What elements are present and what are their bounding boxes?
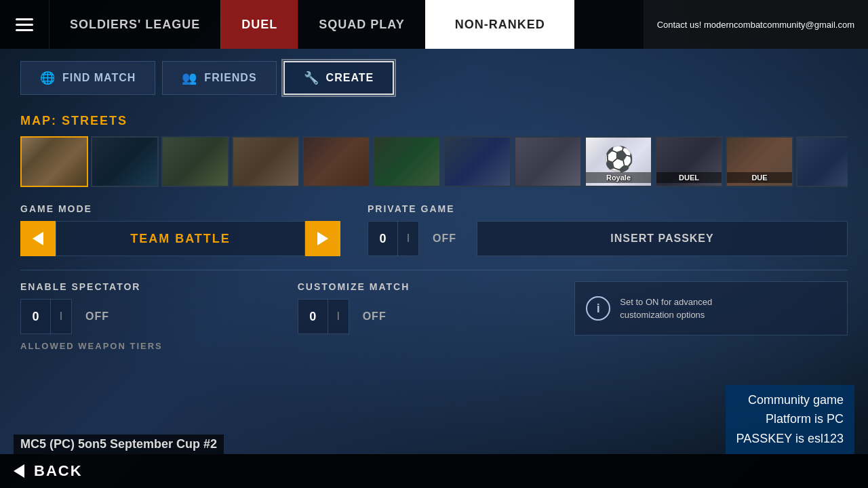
map-thumb-2[interactable] <box>91 136 159 187</box>
private-game-toggle-row: 0 I OFF INSERT PASSKEY <box>368 221 848 256</box>
wrench-icon: 🔧 <box>304 70 319 85</box>
map-thumb-7[interactable] <box>443 136 511 187</box>
tab-friends[interactable]: 👥 FRIENDS <box>162 61 276 95</box>
customize-state: OFF <box>349 310 400 323</box>
game-mode-next-button[interactable] <box>305 221 340 256</box>
back-arrow-icon <box>14 464 24 478</box>
game-mode-label: GAME MODE <box>20 203 340 214</box>
map-thumb-duel2[interactable]: DUE <box>726 136 793 187</box>
spectator-divider: I <box>51 299 71 334</box>
community-label: MC5 (PC) 5on5 September Cup #2 <box>14 434 224 454</box>
customize-group: CUSTOMIZE MATCH 0 I OFF <box>298 281 548 334</box>
map-thumb-streets[interactable] <box>20 136 88 187</box>
info-text: Set to ON for advancedcustomization opti… <box>620 296 712 322</box>
spectator-group: ENABLE SPECTATOR 0 I OFF <box>20 281 271 334</box>
map-selected-name: Streets <box>62 114 127 127</box>
spectator-label: ENABLE SPECTATOR <box>20 281 271 292</box>
tab-find-match[interactable]: 🌐 FIND MATCH <box>20 61 155 95</box>
spectator-state: OFF <box>72 310 123 323</box>
soccer-ball-icon: ⚽ <box>604 144 634 173</box>
nav-soldiers-league[interactable]: SOLDIERS' LEAGUE <box>49 0 220 49</box>
customize-toggle-display: 0 I <box>298 299 349 334</box>
map-thumb-duel2-label: DUE <box>727 172 792 183</box>
back-button-label[interactable]: BACK <box>34 462 83 480</box>
community-info-line3: PASSKEY is esl123 <box>736 429 844 449</box>
hamburger-menu[interactable] <box>0 0 49 49</box>
game-mode-prev-button[interactable] <box>20 221 56 256</box>
lower-settings-row: ENABLE SPECTATOR 0 I OFF CUSTOMIZE MATCH… <box>20 281 848 336</box>
contact-info: Contact us! moderncombatcommunity@gmail.… <box>644 0 868 49</box>
map-thumb-12[interactable] <box>796 136 848 187</box>
hamburger-icon <box>16 18 33 31</box>
community-info: Community game Platform is PC PASSKEY is… <box>726 385 854 454</box>
map-label: MAP: Streets <box>20 114 848 128</box>
map-thumb-8[interactable] <box>514 136 582 187</box>
passkey-button[interactable]: INSERT PASSKEY <box>477 221 848 256</box>
nav-non-ranked[interactable]: NON-RANKED <box>425 0 574 49</box>
map-thumb-5[interactable] <box>302 136 370 187</box>
customize-divider: I <box>328 299 349 334</box>
main-content: MAP: Streets ⚽ Royale <box>0 107 868 365</box>
bottom-overlay: MC5 (PC) 5on5 September Cup #2 Community… <box>0 385 868 454</box>
private-game-state: OFF <box>419 232 470 245</box>
tab-find-match-label: FIND MATCH <box>62 72 136 84</box>
tab-create[interactable]: 🔧 CREATE <box>283 61 395 95</box>
separator <box>20 270 848 270</box>
private-game-toggle-display: 0 I <box>368 221 419 256</box>
friends-icon: 👥 <box>182 70 197 85</box>
game-mode-selector: TEAM BATTLE <box>20 221 340 256</box>
private-game-label: PRIVATE GAME <box>368 203 848 214</box>
arrow-right-icon <box>317 232 328 245</box>
spectator-toggle-num: 0 <box>21 299 51 334</box>
arrow-left-icon <box>33 232 43 245</box>
map-thumb-duel1-label: DUEL <box>656 172 722 183</box>
customize-toggle-row: 0 I OFF <box>298 299 548 334</box>
globe-icon: 🌐 <box>40 70 56 85</box>
map-strip: ⚽ Royale DUEL DUE <box>20 136 848 187</box>
map-thumb-royale-label: Royale <box>586 172 651 183</box>
nav-squad-play[interactable]: SQUAD PLAY <box>298 0 425 49</box>
private-game-group: PRIVATE GAME 0 I OFF INSERT PASSKEY <box>368 203 848 256</box>
back-bar: BACK <box>0 454 868 488</box>
map-thumb-4[interactable] <box>232 136 300 187</box>
customize-label: CUSTOMIZE MATCH <box>298 281 548 292</box>
nav-duel[interactable]: DUEL <box>220 0 298 49</box>
allowed-weapons-label: ALLOWED WEAPON TIERS <box>20 341 848 351</box>
map-thumb-duel1[interactable]: DUEL <box>655 136 723 187</box>
top-nav: SOLDIERS' LEAGUE DUEL SQUAD PLAY NON-RAN… <box>0 0 868 49</box>
sub-nav: 🌐 FIND MATCH 👥 FRIENDS 🔧 CREATE <box>0 49 868 107</box>
map-thumb-6[interactable] <box>373 136 441 187</box>
game-mode-display: TEAM BATTLE <box>56 221 305 256</box>
private-game-divider: I <box>398 221 418 256</box>
map-thumb-3[interactable] <box>161 136 229 187</box>
spectator-toggle-display: 0 I <box>20 299 72 334</box>
info-box: i Set to ON for advancedcustomization op… <box>574 281 848 336</box>
info-icon: i <box>586 296 610 321</box>
tab-friends-label: FRIENDS <box>204 72 256 84</box>
spectator-toggle-row: 0 I OFF <box>20 299 271 334</box>
tab-create-label: CREATE <box>326 72 374 84</box>
map-thumb-royale[interactable]: ⚽ Royale <box>585 136 652 187</box>
community-info-line1: Community game <box>736 390 844 410</box>
settings-row: GAME MODE TEAM BATTLE PRIVATE GAME 0 I <box>20 203 848 256</box>
community-info-line2: Platform is PC <box>736 409 844 429</box>
customize-toggle-num: 0 <box>298 299 328 334</box>
game-mode-group: GAME MODE TEAM BATTLE <box>20 203 340 256</box>
private-game-toggle-num: 0 <box>368 221 398 256</box>
